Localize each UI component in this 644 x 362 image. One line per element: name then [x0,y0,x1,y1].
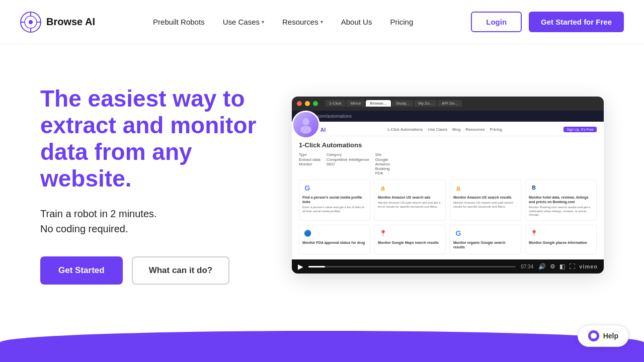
nav-item-about-us[interactable]: About Us [341,18,372,26]
settings-icon[interactable]: ⚙ [550,263,555,270]
inner-nav-item: Resources [465,127,485,132]
card-logo-fda: 🔵 [302,228,312,238]
card-title: Monitor organic Google search results [453,240,518,249]
inner-nav-item: Blog [452,127,460,132]
video-progress-bar[interactable] [308,266,516,267]
nav-actions: Login Get Started for Free [471,12,624,32]
automation-card: 🔵 Monitor FDA approval status for drug [299,225,370,254]
login-button[interactable]: Login [471,12,522,32]
inner-nav-item: Use Cases [428,127,447,132]
inner-filters: Type Extract dataMonitor Category Compet… [299,153,597,175]
nav-links: Prebuilt Robots Use Cases ▾ Resources ▾ … [153,18,413,26]
presenter-silhouette [297,116,315,134]
card-desc: Enter a person's name and get a list of … [302,206,367,214]
automation-cards-row2: 🔵 Monitor FDA approval status for drug 📍… [299,225,597,254]
help-chat-icon [588,330,599,341]
filter-site: Site GoogleAmazonBookingFDA [375,153,390,175]
filter-type: Type Extract dataMonitor [299,153,320,175]
chevron-down-icon: ▾ [320,19,323,25]
browser-tab[interactable]: Mirror [346,100,365,107]
card-title: Monitor Amazon US search ads [378,195,442,200]
automation-card: G Find a person's social media profile l… [299,179,370,221]
browser-chrome: 1-Click Mirror Browse... Study... My Zo.… [292,97,604,111]
hero-buttons: Get Started What can it do? [40,256,272,285]
chevron-down-icon: ▾ [262,19,264,25]
browse-ai-logo-icon [20,12,41,33]
hero-text-block: The easiest way to extract and monitor d… [40,85,272,285]
card-desc: Monitor Amazon US organic and paid searc… [453,201,518,209]
captions-icon[interactable]: ◧ [559,263,565,270]
chat-bubble-icon [590,332,597,339]
get-started-for-free-button[interactable]: Get Started for Free [529,12,624,32]
card-title: Monitor FDA approval status for drug [302,240,367,245]
hero-video[interactable]: 1-Click Mirror Browse... Study... My Zo.… [292,97,604,274]
inner-signup-button[interactable]: Sign Up, It's Free [564,127,597,132]
automation-card: G Monitor organic Google search results [450,225,521,254]
filter-category: Category Competitive IntelligenceSEO [327,153,369,175]
video-time: 07:34 [521,264,533,269]
browser-tab-active[interactable]: Browse... [366,100,390,107]
vimeo-logo: vimeo [579,263,598,269]
hero-section: The easiest way to extract and monitor d… [0,44,644,326]
card-title: Monitor Google Maps search results [378,240,442,245]
automation-card: 📍 Monitor Google places information [525,225,597,254]
browser-tab[interactable]: 1-Click [325,100,345,107]
inner-nav-item: Pricing [490,127,502,132]
volume-icon[interactable]: 🔊 [538,263,546,270]
video-website-content: Browse AI 1-Click Automations Use Cases … [292,122,604,260]
card-logo-places: 📍 [529,228,539,238]
inner-site-nav: Browse AI 1-Click Automations Use Cases … [299,127,597,136]
navbar: Browse AI Prebuilt Robots Use Cases ▾ Re… [0,0,644,44]
help-label: Help [603,332,618,340]
card-logo-amazon: a [378,183,388,193]
what-can-it-do-button[interactable]: What can it do? [132,256,230,285]
logo-link[interactable]: Browse AI [20,12,95,33]
help-button[interactable]: Help [578,325,629,347]
address-bar: browseal.com/automations [292,111,604,122]
card-title: Find a person's social media profile lin… [302,195,367,204]
automation-cards-row1: G Find a person's social media profile l… [299,179,597,221]
chrome-minimize-dot [305,101,310,106]
card-logo-google: G [302,183,312,193]
browser-tab[interactable]: API Do... [438,100,462,107]
svg-point-2 [29,20,33,24]
browser-tab[interactable]: Study... [392,100,414,107]
card-desc: Monitor Amazon US paid search ads and ge… [378,201,442,209]
card-logo-amazon2: a [453,183,463,193]
browser-tabs: 1-Click Mirror Browse... Study... My Zo.… [325,100,599,107]
automation-card: a Monitor Amazon US search ads Monitor A… [374,179,446,221]
chrome-close-dot [297,101,302,106]
video-controls-right: 🔊 ⚙ ◧ ⛶ vimeo [538,263,598,270]
card-desc: Monitor Booking.com search results and g… [529,206,593,217]
inner-nav-items: 1-Click Automations Use Cases Blog Resou… [387,127,502,132]
card-title: Monitor hotel data, reviews, listings an… [529,195,593,204]
fullscreen-icon[interactable]: ⛶ [569,263,575,270]
card-title: Monitor Google places information [529,240,593,245]
play-button[interactable]: ▶ [298,262,303,270]
automation-card: B Monitor hotel data, reviews, listings … [525,179,597,221]
card-logo-google2: G [453,228,463,238]
wave-fill [0,331,644,362]
card-logo-maps: 📍 [378,228,388,238]
inner-nav-item: 1-Click Automations [387,127,423,132]
nav-item-resources[interactable]: Resources ▾ [282,18,323,26]
chrome-maximize-dot [313,101,318,106]
nav-item-pricing[interactable]: Pricing [390,18,413,26]
inner-page-title: 1-Click Automations [299,141,597,149]
logo-text: Browse AI [46,16,95,28]
nav-item-use-cases[interactable]: Use Cases ▾ [223,18,264,26]
get-started-button[interactable]: Get Started [40,256,123,285]
bottom-wave-section [0,326,644,362]
video-progress-fill [308,266,325,267]
video-content-area: 1-Click Mirror Browse... Study... My Zo.… [292,97,604,274]
presenter-avatar [292,111,320,139]
automation-card: a Monitor Amazon US search results Monit… [450,179,521,221]
nav-item-prebuilt-robots[interactable]: Prebuilt Robots [153,18,205,26]
video-controls-bar: ▶ 07:34 🔊 ⚙ ◧ ⛶ vimeo [292,259,604,274]
hero-subtext: Train a robot in 2 minutes. No coding re… [40,206,272,236]
svg-point-8 [300,126,311,134]
browser-tab[interactable]: My Zo... [414,100,437,107]
hero-headline: The easiest way to extract and monitor d… [40,85,272,192]
card-logo-booking: B [529,183,539,193]
automation-card: 📍 Monitor Google Maps search results [374,225,446,254]
